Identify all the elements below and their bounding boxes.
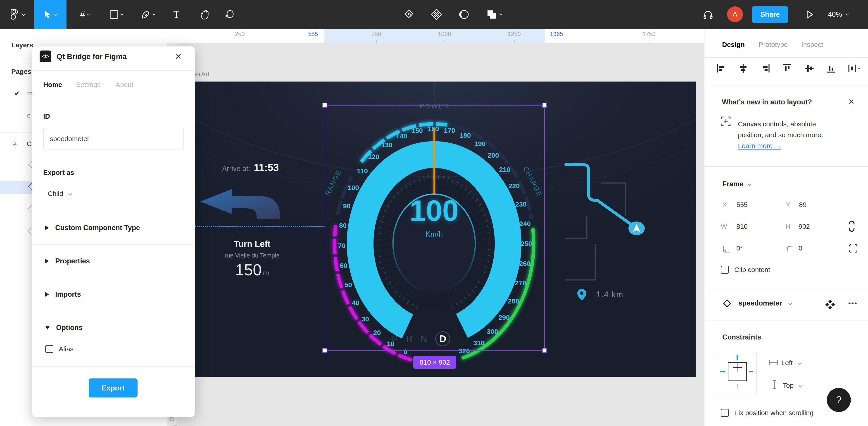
close-icon[interactable]: ✕ (175, 52, 182, 61)
independent-corners-icon[interactable] (848, 244, 858, 253)
help-button[interactable]: ? (827, 388, 851, 412)
pen-tool-button[interactable] (136, 0, 161, 29)
share-button[interactable]: Share (752, 6, 788, 23)
more-options-icon[interactable]: ••• (848, 300, 858, 307)
layer-item-frame[interactable]: C (27, 140, 31, 148)
component-dropdown[interactable]: speedometer (722, 299, 792, 308)
align-right-button[interactable] (760, 63, 771, 75)
export-as-label: Export as (43, 169, 74, 176)
corner-radius-value[interactable]: 0 (799, 244, 802, 252)
horizontal-constraint-value: Left (781, 359, 793, 367)
export-as-dropdown[interactable]: Child (48, 190, 72, 198)
frame-name-label[interactable]: erArt (195, 70, 210, 78)
clip-content-checkbox[interactable] (721, 266, 729, 274)
ruler-tick (376, 40, 377, 43)
distance-unit: m (263, 269, 269, 277)
align-bottom-button[interactable] (826, 63, 836, 75)
learn-more-link[interactable]: Learn more → (738, 142, 781, 150)
section-custom-component-type[interactable]: Custom Component Type (45, 224, 140, 232)
frame-type-dropdown[interactable]: Frame (722, 180, 751, 188)
selection-handle-ne[interactable] (542, 103, 547, 108)
alias-checkbox[interactable] (45, 345, 53, 353)
align-v-center-button[interactable] (804, 63, 814, 75)
mask-icon (459, 9, 469, 20)
w-value[interactable]: 810 (736, 223, 748, 230)
reset-instance-icon (404, 9, 415, 20)
divider (32, 244, 195, 245)
divider (32, 100, 195, 100)
avatar-initial: A (733, 10, 737, 19)
tab-home[interactable]: Home (43, 81, 62, 89)
section-properties[interactable]: Properties (45, 257, 90, 265)
align-left-button[interactable] (716, 63, 726, 75)
align-h-center-button[interactable] (738, 63, 748, 75)
arrival-info: Arrive at: 11:53 (222, 162, 279, 173)
avatar[interactable]: A (727, 6, 743, 22)
selection-handle-sw[interactable] (322, 348, 327, 353)
constraint-right-tick[interactable] (749, 371, 753, 372)
horizontal-ruler[interactable]: 2505557501000125013651750 (167, 29, 704, 43)
mini-map (555, 156, 663, 292)
rotation-icon (722, 244, 731, 253)
move-tool-button[interactable] (34, 0, 66, 29)
constraint-top-tick[interactable] (737, 355, 738, 360)
section-options[interactable]: Options (45, 324, 83, 332)
id-input[interactable] (43, 128, 184, 149)
remaining-distance-value: 1.4 km (596, 290, 623, 300)
align-top-button[interactable] (782, 63, 792, 75)
constraints-header: Constraints (722, 333, 761, 341)
inspector-panel: Design Prototype Inspect What's new in a… (704, 29, 868, 426)
hand-tool-button[interactable] (196, 0, 214, 29)
constraint-left-tick[interactable] (720, 371, 725, 372)
boolean-union-icon (487, 9, 497, 20)
y-value[interactable]: 89 (799, 201, 806, 208)
rotation-value[interactable]: 0° (736, 244, 743, 252)
section-imports[interactable]: Imports (45, 290, 81, 299)
export-button[interactable]: Export (89, 378, 137, 397)
zoom-menu[interactable]: 40% (828, 0, 848, 29)
shape-tool-button[interactable] (104, 0, 129, 29)
tab-prototype[interactable]: Prototype (759, 41, 788, 49)
text-tool-button[interactable]: T (168, 0, 184, 29)
x-value[interactable]: 555 (736, 201, 748, 208)
create-component-button[interactable] (428, 0, 446, 29)
selection-handle-se[interactable] (542, 348, 547, 353)
tab-design[interactable]: Design (722, 41, 745, 49)
turn-left-arrow-icon (198, 188, 284, 219)
reset-instance-button[interactable] (400, 0, 418, 29)
audio-button[interactable] (699, 0, 717, 29)
selection-box[interactable] (324, 105, 545, 350)
page-item-current[interactable]: m (27, 89, 33, 97)
present-button[interactable] (802, 0, 818, 29)
comment-tool-button[interactable] (221, 0, 239, 29)
x-label: X (722, 201, 727, 208)
figma-menu-button[interactable] (4, 0, 29, 29)
constrain-proportions-icon[interactable] (848, 220, 856, 232)
tidy-up-button[interactable] (847, 63, 860, 74)
h-value[interactable]: 902 (799, 223, 810, 230)
close-icon[interactable]: ✕ (848, 97, 855, 106)
tab-about[interactable]: About (116, 81, 133, 89)
vertical-constraint-dropdown[interactable]: Top (783, 381, 802, 389)
h-label: H (785, 223, 790, 230)
tab-settings[interactable]: Settings (76, 81, 100, 89)
constraint-bottom-tick[interactable] (737, 384, 738, 388)
fix-position-option: Fix position when scrolling (721, 409, 813, 417)
ruler-mark: 1750 (643, 31, 656, 37)
page-item[interactable]: c (27, 112, 31, 119)
frame-tool-button[interactable]: # (75, 0, 95, 29)
tab-inspect[interactable]: Inspect (801, 41, 823, 49)
boolean-groups-button[interactable] (482, 0, 507, 29)
component-diamond-icon (722, 299, 732, 308)
component-insert-icon[interactable] (825, 300, 835, 310)
chevron-down-icon (21, 11, 25, 16)
mask-button[interactable] (455, 0, 473, 29)
horizontal-constraint-dropdown[interactable]: Left (781, 359, 801, 367)
fix-position-checkbox[interactable] (721, 409, 729, 417)
chevron-down-icon (748, 182, 752, 186)
divider (705, 288, 868, 288)
constraints-widget[interactable] (717, 352, 757, 395)
selection-handle-nw[interactable] (322, 103, 327, 108)
divider (32, 366, 195, 367)
pages-header[interactable]: Pages (11, 68, 31, 76)
